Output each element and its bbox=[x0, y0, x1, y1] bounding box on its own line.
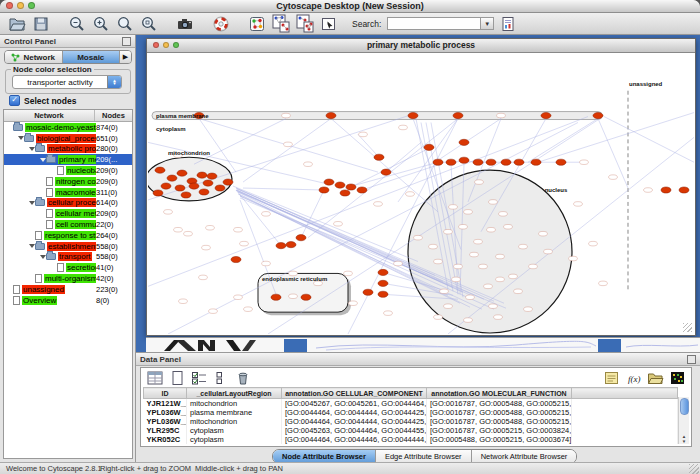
network-node[interactable] bbox=[271, 294, 281, 300]
node-color-dropdown[interactable]: transporter activity ▲▼ bbox=[12, 75, 122, 89]
network-node[interactable] bbox=[319, 187, 329, 193]
save-session-icon[interactable] bbox=[30, 14, 51, 33]
tree-row[interactable]: transport558(0) bbox=[4, 252, 132, 263]
table-scrollbar[interactable]: ▲▼ bbox=[678, 397, 689, 444]
network-node[interactable] bbox=[203, 180, 213, 186]
network-node[interactable] bbox=[340, 190, 350, 196]
network-node[interactable] bbox=[167, 175, 177, 181]
table-column-header[interactable]: annotation.GO MOLECULAR_FUNCTION bbox=[427, 388, 572, 399]
network-node[interactable] bbox=[381, 169, 391, 175]
app-resize-grip[interactable] bbox=[689, 464, 699, 474]
scrollbar-arrows[interactable]: ▲▼ bbox=[679, 434, 689, 444]
scrollbar-thumb[interactable] bbox=[680, 398, 689, 415]
network-node[interactable] bbox=[378, 291, 388, 297]
network-node[interactable] bbox=[335, 182, 345, 188]
table-cell[interactable]: YKR052C bbox=[144, 435, 187, 444]
table-cell[interactable]: cytoplasm bbox=[187, 435, 282, 444]
network-node[interactable] bbox=[433, 159, 443, 165]
table-cell[interactable]: [GO:0044464, GO:0044444, GO:0044425, G..… bbox=[282, 417, 427, 426]
float-panel-icon[interactable] bbox=[687, 355, 696, 364]
network-node[interactable] bbox=[408, 112, 418, 118]
tab-mosaic[interactable]: Mosaic bbox=[63, 51, 121, 63]
table-cell[interactable]: YJR121W__1 bbox=[144, 399, 187, 409]
table-row[interactable]: YKR052Ccytoplasm[GO:0044464, GO:0044446,… bbox=[144, 435, 678, 444]
network-node[interactable] bbox=[486, 159, 496, 165]
unselect-attributes-icon[interactable] bbox=[211, 370, 230, 386]
table-cell[interactable]: cytoplasm bbox=[187, 426, 282, 435]
network-node[interactable] bbox=[296, 235, 306, 241]
table-cell[interactable]: [GO:0016787, GO:0005215, GO:0003824, G..… bbox=[427, 426, 572, 435]
network-node[interactable] bbox=[424, 144, 434, 150]
table-cell[interactable]: [GO:0045263, GO:0044464, GO:0044455, G..… bbox=[282, 426, 427, 435]
tree-row[interactable]: metabolic process280(0) bbox=[4, 144, 132, 155]
network-node[interactable] bbox=[181, 192, 191, 198]
network-window-titlebar[interactable]: primary metabolic process bbox=[147, 39, 695, 53]
tree-row[interactable]: unassigned223(0) bbox=[4, 284, 132, 295]
table-cell[interactable]: plasma membrane bbox=[187, 408, 282, 417]
tree-row[interactable]: secretion41(0) bbox=[4, 262, 132, 273]
layout-network-2-icon[interactable] bbox=[294, 14, 315, 33]
tree-column-network[interactable]: Network bbox=[4, 110, 95, 121]
network-node[interactable] bbox=[556, 159, 566, 165]
network-node[interactable] bbox=[161, 183, 171, 189]
table-cell[interactable]: YLR295C bbox=[144, 426, 187, 435]
network-node[interactable] bbox=[378, 280, 388, 286]
table-cell[interactable]: [GO:0005488, GO:0005215, GO:0003674] bbox=[427, 435, 572, 444]
network-node[interactable] bbox=[189, 183, 199, 189]
tree-row[interactable]: biological_process651(0) bbox=[4, 133, 132, 144]
search-input[interactable] bbox=[387, 17, 481, 30]
table-cell[interactable]: [GO:0016787, GO:0005488, GO:0005215, G..… bbox=[427, 399, 572, 409]
table-cell[interactable]: mitochondrion bbox=[187, 417, 282, 426]
tree-row[interactable]: cell communicat22(0) bbox=[4, 219, 132, 230]
network-node[interactable] bbox=[459, 139, 469, 145]
tree-expand-icon[interactable] bbox=[39, 255, 46, 259]
network-node[interactable] bbox=[155, 167, 165, 173]
network-node[interactable] bbox=[346, 184, 356, 190]
tree-expand-icon[interactable] bbox=[39, 158, 46, 162]
network-node[interactable] bbox=[531, 159, 541, 165]
network-node[interactable] bbox=[276, 243, 286, 249]
table-cell[interactable]: [GO:0016787, GO:0005488, GO:0005215, G..… bbox=[427, 417, 572, 426]
snapshot-icon[interactable] bbox=[174, 14, 195, 33]
network-node[interactable] bbox=[301, 294, 311, 300]
network-node[interactable] bbox=[459, 157, 469, 163]
table-cell[interactable]: [GO:0044464, GO:0044446, GO:0044444, G..… bbox=[282, 435, 427, 444]
network-node[interactable] bbox=[153, 190, 163, 196]
tree-expand-icon[interactable] bbox=[28, 201, 35, 205]
network-node[interactable] bbox=[231, 256, 241, 262]
tabs-scroll-right-icon[interactable]: ▶ bbox=[120, 51, 131, 63]
tree-expand-icon[interactable] bbox=[28, 147, 35, 151]
table-row[interactable]: YJR121W__1mitochondrion[GO:0045267, GO:0… bbox=[144, 399, 678, 409]
import-attributes-icon[interactable] bbox=[646, 370, 665, 386]
search-config-icon[interactable] bbox=[497, 14, 518, 33]
zoom-in-icon[interactable] bbox=[90, 14, 111, 33]
tree-row[interactable]: nucleobase-209(0) bbox=[4, 165, 132, 176]
tree-row[interactable]: multi-organism pro42(0) bbox=[4, 273, 132, 284]
network-node[interactable] bbox=[453, 112, 463, 118]
network-node[interactable] bbox=[374, 154, 384, 160]
tree-row[interactable]: Overview8(0) bbox=[4, 295, 132, 306]
table-cell[interactable]: mitochondrion bbox=[187, 399, 282, 409]
network-node[interactable] bbox=[501, 159, 511, 165]
table-cell[interactable]: YPL036W__1 bbox=[144, 417, 187, 426]
network-node[interactable] bbox=[175, 185, 185, 191]
help-icon[interactable] bbox=[210, 14, 231, 33]
network-node[interactable] bbox=[593, 112, 603, 118]
select-nodes-checkbox[interactable]: ✓ bbox=[9, 95, 20, 106]
network-node[interactable] bbox=[363, 289, 373, 295]
network-node[interactable] bbox=[446, 159, 456, 165]
table-row[interactable]: YPL036W__2plasma membrane[GO:0044464, GO… bbox=[144, 408, 678, 417]
table-column-header[interactable]: _cellularLayoutRegion bbox=[187, 388, 282, 399]
network-node[interactable] bbox=[177, 170, 187, 176]
tree-row[interactable]: primary metabo209(... bbox=[4, 154, 132, 165]
network-node[interactable] bbox=[514, 159, 524, 165]
table-row[interactable]: YPL036W__1mitochondrion[GO:0044464, GO:0… bbox=[144, 417, 678, 426]
network-node[interactable] bbox=[197, 172, 207, 178]
vizmapper-icon[interactable] bbox=[246, 14, 267, 33]
network-canvas[interactable]: plasma membranecytoplasmmitochondrionnuc… bbox=[148, 53, 694, 334]
network-node[interactable] bbox=[541, 112, 551, 118]
new-attribute-icon[interactable] bbox=[167, 370, 186, 386]
network-node[interactable] bbox=[207, 173, 217, 179]
table-column-header[interactable]: ID bbox=[144, 388, 187, 399]
network-node[interactable] bbox=[286, 242, 296, 248]
